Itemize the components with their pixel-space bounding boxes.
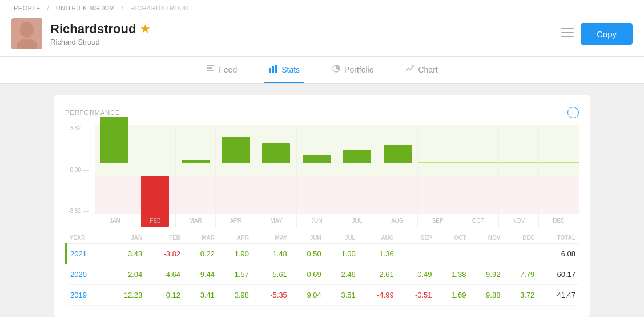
year-cell: 2019 bbox=[66, 285, 105, 306]
table-row[interactable]: 20213.43-3.820.221.901.480.501.001.366.0… bbox=[66, 244, 579, 264]
bar-may bbox=[256, 125, 297, 228]
y-label-top: 3.82 bbox=[65, 125, 81, 131]
bar-sep bbox=[418, 125, 458, 228]
col-jun: JUN bbox=[291, 232, 325, 244]
svg-rect-5 bbox=[561, 36, 574, 37]
stats-icon bbox=[269, 65, 278, 74]
col-jul: JUL bbox=[325, 232, 359, 244]
y-label-mid: 0.00 bbox=[65, 167, 81, 173]
svg-rect-7 bbox=[207, 67, 212, 69]
bar-aug bbox=[377, 125, 418, 228]
month-cell: 12.28 bbox=[105, 285, 146, 306]
year-cell: 2021 bbox=[66, 244, 105, 264]
x-label-dec: DEC bbox=[538, 214, 579, 228]
avatar bbox=[11, 18, 42, 49]
bar-apr bbox=[216, 125, 256, 228]
svg-rect-10 bbox=[272, 66, 274, 73]
month-cell: 2.61 bbox=[359, 264, 397, 285]
month-cell: 1.48 bbox=[252, 244, 291, 264]
svg-point-1 bbox=[20, 22, 34, 38]
col-nov: NOV bbox=[469, 232, 504, 244]
month-cell bbox=[504, 244, 538, 264]
month-cell bbox=[469, 244, 504, 264]
col-aug: AUG bbox=[359, 232, 397, 244]
bar-feb bbox=[135, 125, 176, 228]
month-cell: 0.69 bbox=[291, 264, 325, 285]
month-cell: 1.57 bbox=[218, 264, 252, 285]
y-label-bot: -3.82 bbox=[65, 208, 81, 214]
info-icon[interactable]: i bbox=[567, 107, 579, 118]
breadcrumb: PEOPLE / UNITED KINGDOM / RICHARDSTROUD bbox=[11, 0, 633, 14]
month-cell: -4.99 bbox=[359, 285, 397, 306]
col-may: MAY bbox=[252, 232, 291, 244]
col-jan: JAN bbox=[105, 232, 146, 244]
month-cell: 1.90 bbox=[218, 244, 252, 264]
col-dec: DEC bbox=[504, 232, 538, 244]
x-label-aug: AUG bbox=[377, 214, 418, 228]
month-cell: 5.61 bbox=[252, 264, 291, 285]
month-cell: 3.98 bbox=[218, 285, 252, 306]
profile-section: Richardstroud ★ Richard Stroud bbox=[11, 18, 150, 49]
month-cell: 9.88 bbox=[469, 285, 504, 306]
nav-tabs: Feed Stats Portfolio Chart bbox=[0, 57, 644, 84]
tab-stats[interactable]: Stats bbox=[264, 57, 304, 83]
feed-icon bbox=[206, 65, 215, 74]
tab-portfolio[interactable]: Portfolio bbox=[327, 57, 378, 83]
performance-table: YEAR JAN FEB MAR APR MAY JUN JUL AUG SEP… bbox=[65, 232, 579, 306]
portfolio-icon bbox=[332, 65, 341, 74]
svg-rect-8 bbox=[207, 70, 214, 71]
tab-feed[interactable]: Feed bbox=[202, 57, 242, 83]
svg-rect-9 bbox=[269, 68, 271, 73]
month-cell: 1.36 bbox=[359, 244, 397, 264]
month-cell bbox=[436, 244, 470, 264]
month-cell: 2.04 bbox=[105, 264, 146, 285]
copy-button[interactable]: Copy bbox=[581, 23, 633, 45]
main-content: PERFORMANCE i 3.82 — 0.00 — -3.82 — bbox=[0, 84, 644, 317]
star-icon[interactable]: ★ bbox=[140, 23, 150, 35]
performance-card: PERFORMANCE i 3.82 — 0.00 — -3.82 — bbox=[54, 95, 590, 317]
year-cell: 2020 bbox=[66, 264, 105, 285]
x-label-mar: MAR bbox=[175, 214, 216, 228]
total-cell: 60.17 bbox=[538, 264, 579, 285]
total-cell: 41.47 bbox=[538, 285, 579, 306]
month-cell: 0.50 bbox=[291, 244, 325, 264]
x-label-nov: NOV bbox=[498, 214, 539, 228]
month-cell: 1.69 bbox=[436, 285, 470, 306]
month-cell: 1.38 bbox=[436, 264, 470, 285]
month-cell: 0.12 bbox=[146, 285, 184, 306]
x-label-jan: JAN bbox=[95, 214, 135, 228]
table-row[interactable]: 201912.280.123.413.98-5.359.043.51-4.99-… bbox=[66, 285, 579, 306]
menu-icon[interactable] bbox=[561, 28, 574, 40]
bar-jul bbox=[337, 125, 378, 228]
bar-mar bbox=[176, 125, 216, 228]
x-label-sep: SEP bbox=[417, 214, 458, 228]
bar-nov bbox=[499, 125, 540, 228]
month-cell: 9.04 bbox=[291, 285, 325, 306]
chart-icon bbox=[405, 65, 414, 74]
bar-dec bbox=[539, 125, 579, 228]
x-label-jul: JUL bbox=[337, 214, 377, 228]
col-sep: SEP bbox=[397, 232, 436, 244]
col-total: TOTAL bbox=[538, 232, 579, 244]
col-year: YEAR bbox=[66, 232, 105, 244]
month-cell: 3.72 bbox=[504, 285, 538, 306]
month-cell: -5.35 bbox=[252, 285, 291, 306]
month-cell: -0.51 bbox=[397, 285, 436, 306]
performance-title: PERFORMANCE i bbox=[65, 107, 579, 118]
month-cell: 2.46 bbox=[325, 264, 359, 285]
month-cell: 3.43 bbox=[105, 244, 146, 264]
svg-rect-4 bbox=[561, 32, 574, 33]
table-row[interactable]: 20202.044.649.441.575.610.692.462.610.49… bbox=[66, 264, 579, 285]
month-cell: 4.64 bbox=[146, 264, 184, 285]
month-cell: 9.92 bbox=[469, 264, 504, 285]
month-cell: 3.51 bbox=[325, 285, 359, 306]
col-feb: FEB bbox=[146, 232, 184, 244]
profile-subtitle: Richard Stroud bbox=[50, 38, 150, 46]
month-cell: 7.79 bbox=[504, 264, 538, 285]
tab-chart[interactable]: Chart bbox=[401, 57, 442, 83]
svg-rect-11 bbox=[275, 65, 277, 73]
month-cell: -3.82 bbox=[146, 244, 184, 264]
x-label-may: MAY bbox=[256, 214, 297, 228]
x-label-oct: OCT bbox=[458, 214, 498, 228]
svg-rect-6 bbox=[207, 65, 215, 66]
